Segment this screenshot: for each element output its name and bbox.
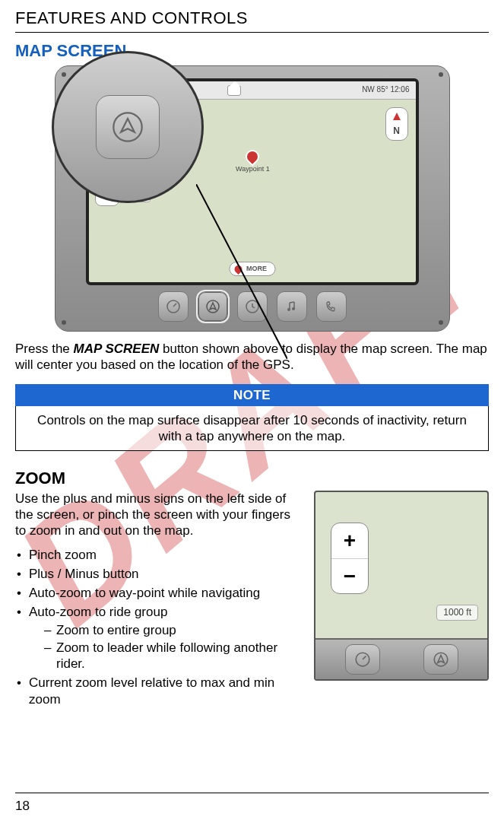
zoom-intro: Use the plus and minus signs on the left… xyxy=(15,491,303,539)
map-button-icon xyxy=(96,95,160,159)
page-number: 18 xyxy=(15,793,489,814)
hw-gauge-button[interactable] xyxy=(345,644,380,675)
svg-line-3 xyxy=(173,303,176,307)
callout-leader-line xyxy=(196,184,287,359)
list-item: Pinch zoom xyxy=(15,547,303,563)
zoom-in-icon[interactable]: + xyxy=(331,523,368,558)
zoom-distance-label: 1000 ft xyxy=(436,605,478,621)
compass-indicator[interactable]: N xyxy=(385,107,408,141)
list-item: Auto-zoom to way-point while navigating xyxy=(15,585,303,601)
pin-icon xyxy=(243,147,262,166)
svg-line-1 xyxy=(196,184,287,359)
device-illustration: ‹ NW 85° 12:06 5 MPH H N Waypoint 1 + − xyxy=(55,65,450,332)
zoom-figure: + − 1000 ft xyxy=(314,491,489,681)
map-button-callout xyxy=(52,51,204,203)
hw-map-button[interactable] xyxy=(423,644,458,675)
svg-point-6 xyxy=(287,308,290,311)
svg-point-7 xyxy=(292,307,295,310)
list-item: Current zoom level relative to max and m… xyxy=(15,675,303,707)
note-body: Controls on the map surface disappear af… xyxy=(15,406,489,452)
home-icon[interactable] xyxy=(227,85,241,96)
zoom-out-icon[interactable]: − xyxy=(331,558,368,593)
section-title: MAP SCREEN xyxy=(15,40,489,62)
note-header: NOTE xyxy=(15,384,489,406)
figure-bezel xyxy=(315,638,487,679)
status-text: NW 85° 12:06 xyxy=(362,85,409,95)
list-subitem: Zoom to entire group xyxy=(29,622,303,638)
waypoint-marker: Waypoint 1 xyxy=(236,150,270,173)
list-subitem: Zoom to leader while following another r… xyxy=(29,640,303,672)
list-item: Plus / Minus button xyxy=(15,566,303,582)
zoom-title: ZOOM xyxy=(15,468,489,489)
hw-gauge-button[interactable] xyxy=(158,291,189,322)
zoom-control-large[interactable]: + − xyxy=(331,523,369,594)
svg-line-9 xyxy=(363,656,366,659)
hw-phone-button[interactable] xyxy=(316,291,347,322)
page-header: FEATURES AND CONTROLS xyxy=(15,8,489,33)
list-item: Auto-zoom to ride group Zoom to entire g… xyxy=(15,604,303,672)
